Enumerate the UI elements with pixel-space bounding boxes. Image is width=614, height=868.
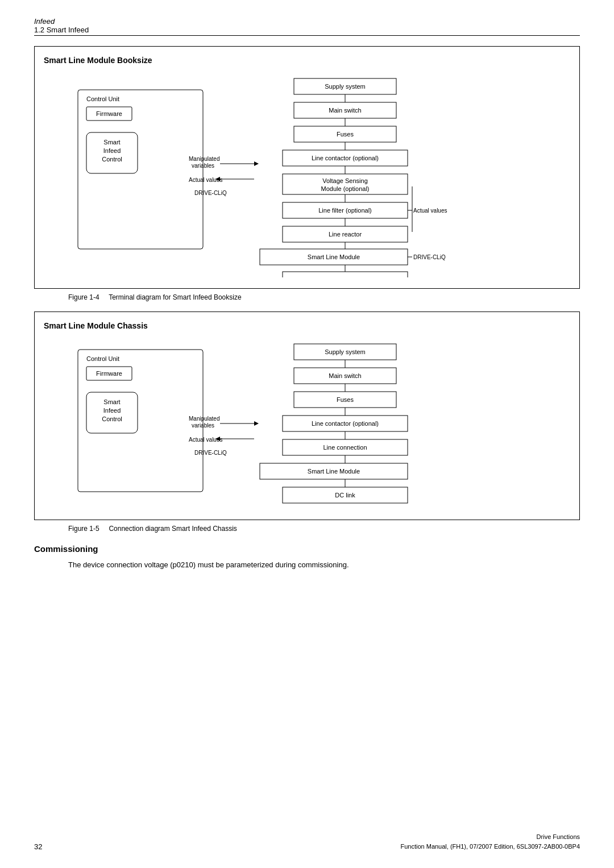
- footer-line2: Function Manual, (FH1), 07/2007 Edition,…: [400, 842, 580, 852]
- figure2-num: Figure 1-5: [68, 525, 99, 533]
- page-number: 32: [34, 842, 42, 851]
- svg-text:Voltage Sensing: Voltage Sensing: [322, 177, 368, 184]
- svg-text:Manipulated: Manipulated: [189, 416, 219, 422]
- svg-text:Control Unit: Control Unit: [86, 355, 119, 362]
- footer-line1: Drive Functions: [400, 832, 580, 842]
- svg-text:Main switch: Main switch: [329, 107, 361, 114]
- figure2-caption: Figure 1-5 Connection diagram Smart Infe…: [68, 525, 580, 533]
- svg-text:DRIVE-CLiQ: DRIVE-CLiQ: [413, 254, 446, 260]
- diagram1-box: Smart Line Module Booksize Control Unit …: [34, 46, 580, 289]
- svg-text:Supply system: Supply system: [325, 83, 366, 90]
- svg-text:Main switch: Main switch: [329, 372, 361, 379]
- svg-text:Control: Control: [102, 416, 122, 422]
- diagram1-title: Smart Line Module Booksize: [44, 56, 570, 65]
- svg-text:DC link: DC link: [335, 492, 355, 499]
- diagram1-svg: Control Unit Firmware Smart Infeed Contr…: [44, 73, 567, 277]
- svg-text:DRIVE-CLiQ: DRIVE-CLiQ: [194, 190, 227, 196]
- svg-text:Fuses: Fuses: [337, 396, 354, 403]
- svg-text:Infeed: Infeed: [103, 407, 121, 414]
- svg-text:Supply system: Supply system: [325, 348, 366, 355]
- figure1-text: Terminal diagram for Smart Infeed Booksi…: [109, 293, 241, 301]
- diagram2-title: Smart Line Module Chassis: [44, 321, 570, 330]
- page-footer: 32 Drive Functions Function Manual, (FH1…: [34, 832, 580, 851]
- svg-text:DRIVE-CLiQ: DRIVE-CLiQ: [194, 450, 227, 456]
- svg-text:Smart: Smart: [103, 139, 120, 146]
- section-label: 1.2 Smart Infeed: [34, 26, 580, 34]
- svg-text:Line filter (optional): Line filter (optional): [318, 207, 372, 214]
- svg-text:variables: variables: [192, 422, 214, 429]
- svg-text:Smart Line Module: Smart Line Module: [308, 254, 360, 260]
- svg-text:Line reactor: Line reactor: [329, 231, 362, 238]
- svg-text:DC link: DC link: [335, 276, 355, 277]
- svg-marker-59: [254, 421, 259, 426]
- commissioning-section: Commissioning The device connection volt…: [34, 544, 580, 571]
- svg-text:Firmware: Firmware: [96, 370, 122, 377]
- svg-text:Firmware: Firmware: [96, 110, 122, 117]
- svg-text:Control Unit: Control Unit: [86, 95, 119, 102]
- diagram2-svg: Control Unit Firmware Smart Infeed Contr…: [44, 338, 567, 509]
- svg-text:Line contactor (optional): Line contactor (optional): [312, 155, 379, 161]
- diagram2-box: Smart Line Module Chassis Control Unit F…: [34, 312, 580, 520]
- figure2-text: Connection diagram Smart Infeed Chassis: [109, 525, 237, 533]
- commissioning-heading: Commissioning: [34, 544, 580, 554]
- svg-text:Fuses: Fuses: [337, 131, 354, 138]
- svg-text:Smart: Smart: [103, 398, 120, 405]
- header: Infeed 1.2 Smart Infeed: [34, 17, 580, 36]
- svg-text:Smart Line Module: Smart Line Module: [308, 468, 360, 475]
- svg-text:Line contactor (optional): Line contactor (optional): [312, 420, 379, 427]
- svg-text:Line connection: Line connection: [323, 444, 367, 451]
- commissioning-body: The device connection voltage (p0210) mu…: [68, 559, 580, 571]
- svg-text:Infeed: Infeed: [103, 147, 121, 154]
- footer-right: Drive Functions Function Manual, (FH1), …: [400, 832, 580, 851]
- chapter-label: Infeed: [34, 17, 580, 26]
- svg-text:variables: variables: [192, 163, 214, 169]
- svg-text:Control: Control: [102, 156, 122, 163]
- svg-text:Actual values: Actual values: [413, 207, 447, 214]
- svg-text:Module (optional): Module (optional): [321, 185, 370, 192]
- svg-marker-11: [254, 161, 259, 166]
- svg-text:Manipulated: Manipulated: [189, 156, 219, 162]
- figure1-caption: Figure 1-4 Terminal diagram for Smart In…: [68, 293, 580, 301]
- figure1-num: Figure 1-4: [68, 293, 99, 301]
